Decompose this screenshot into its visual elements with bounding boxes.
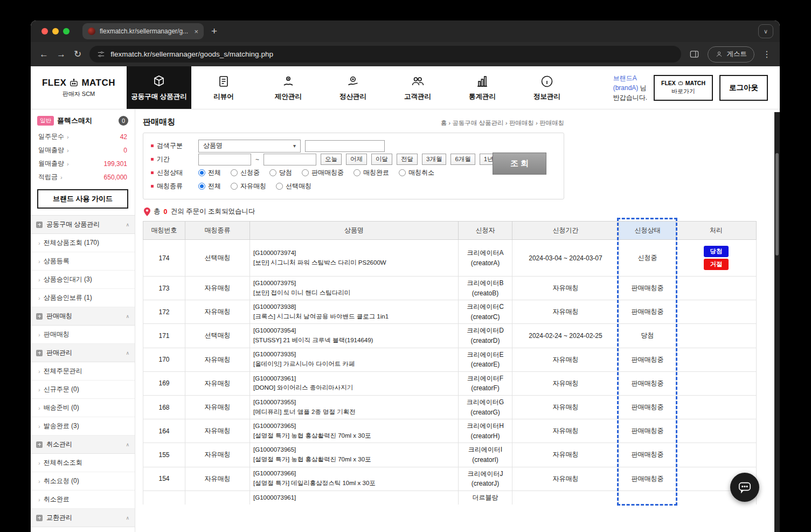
new-tab-button[interactable]: + — [211, 25, 217, 37]
sidebar-item-approval-hold[interactable]: › 상품승인보류 (1) — [31, 289, 135, 307]
nav-proposal[interactable]: 제안관리 — [256, 66, 321, 109]
sidebar-item-approval-pending[interactable]: › 상품승인대기 (3) — [31, 271, 135, 289]
match-radio-select[interactable]: 선택매칭 — [276, 182, 311, 191]
sidebar-item-all-cancels[interactable]: › 전체취소조회 — [31, 454, 135, 472]
logo-robot-icon — [677, 80, 684, 86]
tab-close-icon[interactable]: × — [194, 27, 198, 36]
side-panel-icon[interactable] — [689, 49, 699, 59]
info-icon — [540, 74, 554, 88]
sidebar-item-sales-matching[interactable]: › 판매매칭 — [31, 326, 135, 344]
sidebar-section-goods[interactable]: 공동구매 상품관리 ∧ — [31, 216, 135, 234]
sidebar-item-all-products[interactable]: › 전체상품조회 (170) — [31, 234, 135, 252]
item-marker-icon: › — [38, 460, 40, 466]
nav-settlement[interactable]: 정산관리 — [321, 66, 385, 109]
maximize-window-button[interactable] — [63, 28, 70, 34]
sidebar-item-all-orders[interactable]: › 전체주문관리 — [31, 362, 135, 381]
status-radio-complete[interactable]: 매칭완료 — [353, 168, 389, 177]
match-radio-free[interactable]: 자유매칭 — [231, 182, 266, 191]
match-radio-all[interactable]: 전체 — [198, 182, 221, 191]
section-label: 교환관리 — [46, 513, 72, 522]
nav-statistics[interactable]: 통계관리 — [450, 66, 515, 109]
sidebar-item-product-register[interactable]: › 상품등록 — [31, 252, 135, 271]
nav-information[interactable]: 정보관리 — [515, 66, 579, 109]
nav-label: 통계관리 — [469, 92, 496, 101]
sidebar-item-cancel-complete[interactable]: › 취소완료 — [31, 490, 135, 509]
item-label: 취소요청 (0) — [44, 476, 79, 486]
sidebar-section-cancel-management[interactable]: 취소관리 ∧ — [31, 436, 135, 454]
sidebar-item-shipping-prep[interactable]: › 배송준비 (0) — [31, 399, 135, 417]
nav-label: 정보관리 — [533, 92, 560, 101]
item-label: 상품승인보류 (1) — [44, 293, 92, 302]
forward-icon[interactable]: → — [57, 49, 66, 60]
sidebar-brand-name: 플렉스매치 — [57, 116, 92, 126]
period-last-month-button[interactable]: 전달 — [397, 154, 418, 165]
close-window-button[interactable] — [41, 28, 48, 34]
sidebar-item-all-exchanges[interactable]: › 전체교환조회 — [31, 527, 135, 532]
status-radio-applying[interactable]: 신청중 — [231, 168, 260, 177]
status-radio-matching[interactable]: 판매매칭중 — [302, 168, 344, 177]
browser-menu-icon[interactable]: ⋮ — [763, 49, 771, 59]
period-today-button[interactable]: 오늘 — [321, 154, 342, 165]
sidebar-section-sales-matching[interactable]: 판매매칭 ∧ — [31, 307, 135, 326]
section-icon — [36, 441, 43, 448]
stat-label: 일주문수 — [38, 132, 64, 141]
page-scrollbar[interactable] — [774, 112, 780, 532]
sidebar-section-exchange-management[interactable]: 교환관리 ∧ — [31, 509, 135, 527]
status-radio-cancelled[interactable]: 매칭취소 — [399, 168, 434, 177]
search-submit-button[interactable]: 조 회 — [493, 153, 546, 175]
profile-button[interactable]: 게스트 — [708, 46, 755, 63]
nav-customer[interactable]: 고객관리 — [385, 66, 450, 109]
nav-goods-management[interactable]: 공동구매 상품관리 — [127, 66, 191, 109]
period-to-input[interactable] — [264, 154, 316, 165]
chat-widget-button[interactable] — [730, 473, 759, 502]
minimize-window-button[interactable] — [52, 28, 59, 34]
period-yesterday-button[interactable]: 어제 — [346, 154, 367, 165]
item-marker-icon: › — [38, 240, 40, 246]
back-icon[interactable]: ← — [39, 49, 48, 60]
search-type-select[interactable]: 상품명 ▾ — [198, 140, 301, 153]
period-3-months-button[interactable]: 3개월 — [422, 154, 446, 165]
site-logo[interactable]: FLEX MATCH 판매자 SCM — [31, 66, 127, 109]
stat-points: 적립금 › 650,000 — [31, 170, 135, 184]
reject-button[interactable]: 거절 — [704, 259, 729, 270]
win-button[interactable]: 당첨 — [704, 246, 729, 257]
logout-button[interactable]: 로그아웃 — [719, 75, 768, 101]
profile-label: 게스트 — [727, 50, 747, 59]
sidebar-item-shipped[interactable]: › 발송완료 (3) — [31, 417, 135, 436]
bullet-icon — [151, 144, 154, 147]
radio-checked-icon — [198, 169, 205, 176]
greeting-brand-en[interactable]: (brandA) — [613, 84, 639, 92]
search-keyword-input[interactable] — [305, 140, 385, 152]
brand-guide-button[interactable]: 브랜드 사용 가이드 — [37, 189, 128, 209]
chevron-down-icon: ▾ — [293, 143, 296, 149]
greeting-brand-link[interactable]: 브랜드A — [613, 74, 637, 82]
period-from-input[interactable] — [198, 154, 251, 165]
content-row: 일반 플렉스매치 0 일주문수 › 42 일매출량 › 0 월매출량 › — [31, 109, 780, 532]
reload-icon[interactable]: ↻ — [74, 49, 81, 60]
url-input[interactable]: flexmatch.kr/sellermanager/goods_s/match… — [89, 46, 681, 63]
nav-reviewer[interactable]: 리뷰어 — [191, 66, 256, 109]
stat-value: 0 — [123, 147, 127, 154]
item-marker-icon: › — [38, 405, 40, 411]
sidebar-section-sales-management[interactable]: 판매관리 ∧ — [31, 344, 135, 362]
tune-icon[interactable] — [97, 50, 105, 58]
tab-search-chevron-icon[interactable]: ∨ — [758, 24, 773, 38]
browser-tab[interactable]: flexmatch.kr/sellermanager/g... × — [82, 23, 204, 39]
status-radio-all[interactable]: 전체 — [198, 168, 221, 177]
flexmatch-shortcut-button[interactable]: FLEX MATCH 바로가기 — [654, 75, 713, 101]
sidebar-item-cancel-request[interactable]: › 취소요청 (0) — [31, 472, 135, 490]
scrollbar-thumb[interactable] — [775, 153, 779, 255]
notification-count-badge[interactable]: 0 — [119, 116, 128, 126]
status-radio-won[interactable]: 당첨 — [269, 168, 292, 177]
table-row-partial: [G1000073961] 더르블랑 — [143, 490, 757, 505]
sidebar-item-new-orders[interactable]: › 신규주문 (0) — [31, 381, 135, 399]
period-this-month-button[interactable]: 이달 — [371, 154, 392, 165]
url-text: flexmatch.kr/sellermanager/goods_s/match… — [110, 50, 273, 58]
stat-value: 42 — [120, 133, 127, 141]
period-6-months-button[interactable]: 6개월 — [450, 154, 475, 165]
nav-label: 정산관리 — [339, 92, 366, 101]
section-label: 판매관리 — [46, 348, 72, 357]
chevron-up-icon: ∧ — [126, 350, 129, 356]
col-apply-period: 신청기간 — [512, 222, 619, 240]
item-marker-icon: › — [38, 277, 40, 283]
